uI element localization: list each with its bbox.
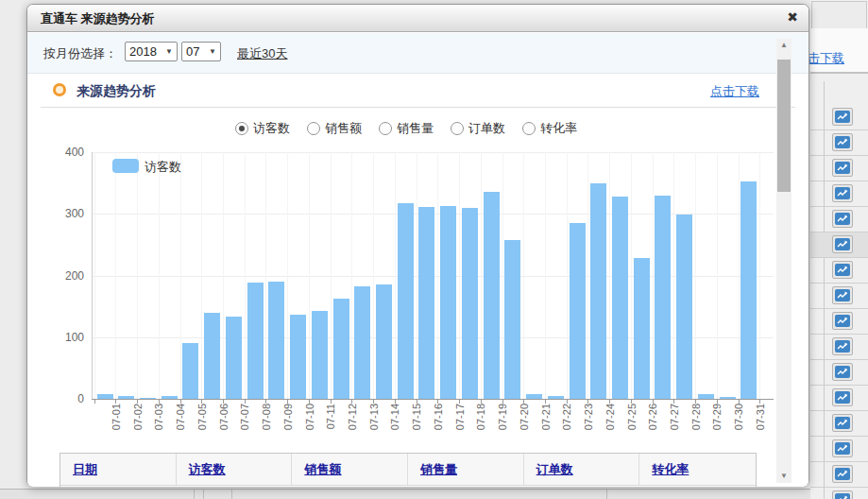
metric-radio-1[interactable]: 访客数 <box>235 120 290 137</box>
background-table: 点击下载 <box>810 0 868 499</box>
x-axis-label-07-13: 07-13 <box>368 404 380 445</box>
dialog-title: 直通车 来源趋势分析 <box>41 10 155 27</box>
metric-radio-3[interactable]: 销售量 <box>379 120 434 137</box>
x-axis-label-07-23: 07-23 <box>583 404 594 445</box>
table-header-访客数[interactable]: 访客数 <box>177 454 293 485</box>
bar-07-24 <box>590 183 606 399</box>
dialog-header[interactable]: 直通车 来源趋势分析 ✖ <box>27 5 808 32</box>
radio-icon[interactable] <box>451 122 464 135</box>
trend-chart-icon[interactable] <box>832 363 853 381</box>
background-table-row <box>810 386 868 411</box>
year-select-value: 2018 <box>129 44 157 59</box>
x-axis-label-07-02: 07-02 <box>132 404 144 445</box>
x-axis-label-07-18: 07-18 <box>475 404 486 445</box>
bar-07-05 <box>182 343 198 399</box>
bar-07-31 <box>740 181 757 399</box>
legend-swatch[interactable] <box>112 159 139 173</box>
gridline <box>351 152 352 399</box>
close-icon[interactable]: ✖ <box>787 9 798 25</box>
trend-chart-icon[interactable] <box>832 439 853 457</box>
x-axis-label-07-26: 07-26 <box>647 404 658 445</box>
metric-radio-4[interactable]: 订单数 <box>451 120 505 137</box>
background-table-row <box>810 309 868 335</box>
trend-chart-icon[interactable] <box>832 388 853 406</box>
table-header-订单数[interactable]: 订单数 <box>524 454 640 485</box>
bar-07-17 <box>440 206 456 399</box>
bar-07-08 <box>247 283 264 399</box>
radio-icon[interactable] <box>379 122 392 135</box>
x-axis-label-07-14: 07-14 <box>389 404 400 445</box>
scrollbar-thumb[interactable] <box>777 60 791 192</box>
trend-chart-icon[interactable] <box>832 465 853 483</box>
radio-selected-icon[interactable] <box>235 122 248 135</box>
screen: 点击下载 直通车 来源趋势分析 ✖ 按月份选择： 2018 ▼ <box>0 0 868 499</box>
trend-chart-icon[interactable] <box>832 414 853 432</box>
bar-07-27 <box>655 196 671 399</box>
background-table-row <box>810 462 868 488</box>
trend-chart-icon[interactable] <box>832 235 853 253</box>
table-header-销售量[interactable]: 销售量 <box>408 454 524 485</box>
x-axis-label-07-27: 07-27 <box>669 404 680 445</box>
x-axis-label-07-15: 07-15 <box>411 404 422 445</box>
gridline <box>180 152 181 399</box>
scroll-up-icon[interactable]: ▲ <box>776 39 791 52</box>
trend-chart-icon[interactable] <box>832 312 853 330</box>
metric-radio-5[interactable]: 转化率 <box>522 120 577 137</box>
table-header-销售额[interactable]: 销售额 <box>292 454 408 485</box>
bar-07-28 <box>676 215 692 399</box>
recent-30-days-link[interactable]: 最近30天 <box>237 45 287 62</box>
metric-radio-2[interactable]: 销售额 <box>307 120 362 137</box>
gridline <box>265 152 266 399</box>
download-link[interactable]: 点击下载 <box>710 83 759 100</box>
trend-chart-icon[interactable] <box>832 133 853 151</box>
bar-07-14 <box>376 284 392 399</box>
section-title: 来源趋势分析 <box>77 83 156 100</box>
background-table-row <box>810 232 868 258</box>
x-axis-label-07-19: 07-19 <box>497 404 508 445</box>
x-axis-label-07-04: 07-04 <box>175 404 186 445</box>
x-axis-label-07-08: 07-08 <box>261 404 272 445</box>
gridline <box>201 152 202 399</box>
x-axis-label-07-22: 07-22 <box>561 404 572 445</box>
table-header-日期[interactable]: 日期 <box>60 454 177 485</box>
trend-chart-icon[interactable] <box>832 261 853 279</box>
bar-07-21 <box>526 394 542 399</box>
gridline <box>437 152 438 399</box>
trend-chart-icon[interactable] <box>832 108 853 126</box>
bar-07-10 <box>290 315 306 399</box>
trend-chart-icon[interactable] <box>832 337 853 355</box>
gridline <box>695 152 696 399</box>
gridline <box>92 152 774 153</box>
legend-label[interactable]: 访客数 <box>145 159 181 176</box>
radio-icon[interactable] <box>522 122 536 135</box>
trend-chart-icon[interactable] <box>832 159 853 177</box>
month-select[interactable]: 07 ▼ <box>181 42 221 61</box>
background-table-row <box>810 284 868 309</box>
dialog-body: 按月份选择： 2018 ▼ 07 ▼ 最近30天 来源趋势分析 点击下载 访客数… <box>27 32 808 487</box>
background-table-row <box>810 181 868 207</box>
trend-chart-icon[interactable] <box>832 210 853 228</box>
gridline <box>759 152 760 399</box>
gridline <box>287 152 288 399</box>
section-header: 来源趋势分析 点击下载 <box>41 73 795 108</box>
bar-07-23 <box>570 223 586 399</box>
trend-chart-icon[interactable] <box>832 490 853 499</box>
background-table-row <box>810 156 868 181</box>
bar-07-02 <box>118 396 134 399</box>
x-axis-label-07-25: 07-25 <box>626 404 638 445</box>
x-axis-label-07-28: 07-28 <box>690 404 702 445</box>
gridline <box>523 152 524 399</box>
bar-07-04 <box>162 396 178 399</box>
trend-chart-icon[interactable] <box>832 184 853 202</box>
background-table-row <box>810 258 868 284</box>
year-select[interactable]: 2018 ▼ <box>125 42 178 61</box>
dialog-scrollbar[interactable]: ▲ ▼ <box>776 39 791 483</box>
x-axis-label-07-30: 07-30 <box>733 404 744 445</box>
bar-07-29 <box>698 394 714 399</box>
scroll-down-icon[interactable]: ▼ <box>776 470 791 483</box>
x-axis-label-07-20: 07-20 <box>519 404 530 445</box>
radio-icon[interactable] <box>307 122 320 135</box>
table-header-转化率[interactable]: 转化率 <box>639 454 756 485</box>
trend-chart-icon[interactable] <box>832 286 853 304</box>
chevron-down-icon: ▼ <box>165 47 173 56</box>
